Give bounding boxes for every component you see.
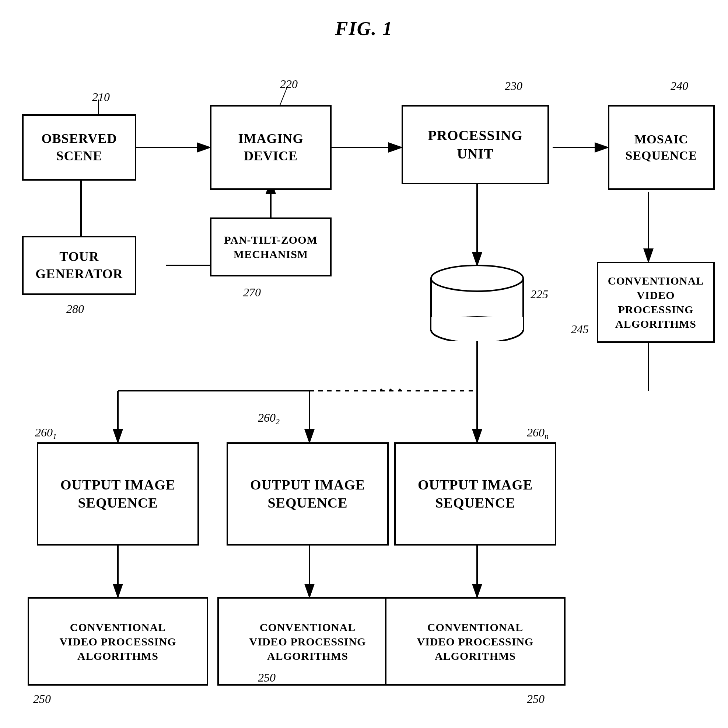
ref-270: 270 <box>243 286 261 299</box>
mosaic-sequence-box: MOSAICSEQUENCE <box>608 105 715 190</box>
output-seq-2-box: OUTPUT IMAGESEQUENCE <box>226 442 389 546</box>
output-seq-n-box: OUTPUT IMAGESEQUENCE <box>394 442 556 546</box>
svg-text:. . .: . . . <box>379 374 402 395</box>
ref-245: 245 <box>571 323 589 336</box>
ref-260-2: 2602 <box>258 411 280 426</box>
conv-video-1-box: CONVENTIONALVIDEO PROCESSINGALGORITHMS <box>28 597 208 686</box>
ref-250-1: 250 <box>33 692 51 706</box>
ref-line-220 <box>276 85 298 107</box>
ref-260-1: 2601 <box>35 426 57 441</box>
conv-video-top-box: CONVENTIONALVIDEO PROCESSINGALGORITHMS <box>597 262 715 343</box>
diagram: FIG. 1 <box>0 0 728 728</box>
ref-225: 225 <box>531 288 548 301</box>
svg-line-22 <box>280 87 288 105</box>
observed-scene-box: OBSERVEDSCENE <box>22 114 136 181</box>
conv-video-n-box: CONVENTIONALVIDEO PROCESSINGALGORITHMS <box>385 597 566 686</box>
pan-tilt-zoom-box: PAN-TILT-ZOOMMECHANISM <box>210 218 332 276</box>
svg-point-24 <box>431 265 523 291</box>
conv-video-2-box: CONVENTIONALVIDEO PROCESSINGALGORITHMS <box>217 597 398 686</box>
ref-260-n: 260n <box>527 426 549 441</box>
processing-unit-box: PROCESSINGUNIT <box>402 105 549 184</box>
imaging-device-box: IMAGINGDEVICE <box>210 105 332 190</box>
ref-250-n: 250 <box>527 692 544 706</box>
figure-title: FIG. 1 <box>335 18 393 40</box>
ref-250-2: 250 <box>258 671 275 685</box>
ref-280: 280 <box>66 302 84 316</box>
tour-generator-box: TOURGENERATOR <box>22 236 136 295</box>
svg-rect-26 <box>431 317 523 330</box>
ref-240: 240 <box>670 79 688 93</box>
ref-230: 230 <box>505 79 522 93</box>
output-seq-1-box: OUTPUT IMAGESEQUENCE <box>37 442 199 546</box>
ref-line-210 <box>87 98 109 116</box>
database-cylinder <box>427 264 527 341</box>
